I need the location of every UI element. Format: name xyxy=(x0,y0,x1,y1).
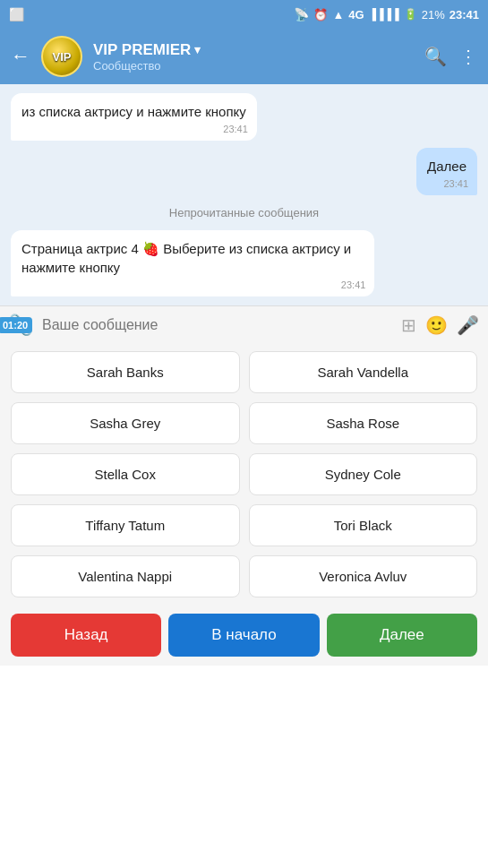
chat-area: из списка актрису и нажмите кнопку 23:41… xyxy=(0,84,488,305)
mic-icon[interactable]: 🎤 xyxy=(457,314,479,336)
sticker-icon[interactable]: ⊞ xyxy=(401,314,416,336)
actress-tiffany-tatum-button[interactable]: Tiffany Tatum xyxy=(11,504,240,546)
status-bar: ⬜ 📡 ⏰ ▲ 4G ▐▐▐▐ 🔋 21% 23:41 xyxy=(0,0,488,29)
avatar: VIP xyxy=(41,36,82,77)
start-over-button[interactable]: В начало xyxy=(168,614,319,657)
message-incoming-2: Страница актрис 4 🍓 Выберите из списка а… xyxy=(11,230,374,296)
chevron-down-icon: ▾ xyxy=(194,43,201,56)
message-time: 23:41 xyxy=(341,279,366,292)
emoji-icon[interactable]: 🙂 xyxy=(425,314,448,336)
signal-bars: ▐▐▐▐ xyxy=(369,8,399,21)
message-time: 23:41 xyxy=(223,123,248,136)
message-incoming-1: из списка актрису и нажмите кнопку 23:41 xyxy=(11,93,257,141)
actress-tori-black-button[interactable]: Tori Black xyxy=(249,504,478,546)
message-text: Страница актрис 4 🍓 Выберите из списка а… xyxy=(21,241,351,275)
battery-label: 21% xyxy=(422,8,445,21)
next-button[interactable]: Далее xyxy=(327,614,477,657)
cast-icon: 📡 xyxy=(294,7,309,21)
battery-icon: 🔋 xyxy=(404,8,417,21)
more-icon[interactable]: ⋮ xyxy=(459,46,477,67)
header-title: VIP PREMIER ▾ xyxy=(93,41,414,59)
header-info: VIP PREMIER ▾ Сообщество xyxy=(93,41,414,73)
search-icon[interactable]: 🔍 xyxy=(424,46,447,67)
actress-sasha-rose-button[interactable]: Sasha Rose xyxy=(249,402,478,444)
message-text: из списка актрису и нажмите кнопку xyxy=(21,104,246,119)
message-outgoing-1: Далее 23:41 xyxy=(416,148,477,195)
chat-header: ← VIP VIP PREMIER ▾ Сообщество 🔍 ⋮ xyxy=(0,29,488,84)
screen-record-icon: ⬜ xyxy=(9,7,24,21)
header-subtitle: Сообщество xyxy=(93,59,414,73)
bottom-action-bar: Назад В начало Далее xyxy=(0,605,488,666)
back-button[interactable]: Назад xyxy=(11,614,161,657)
actress-stella-cox-button[interactable]: Stella Cox xyxy=(11,453,240,495)
timer-badge: 01:20 xyxy=(0,317,32,333)
wifi-icon: ▲ xyxy=(332,8,344,21)
actress-sydney-cole-button[interactable]: Sydney Cole xyxy=(249,453,478,495)
actress-sarah-vandella-button[interactable]: Sarah Vandella xyxy=(249,351,478,393)
actress-valentina-nappi-button[interactable]: Valentina Nappi xyxy=(11,555,240,597)
unread-divider: Непрочитанные сообщения xyxy=(11,202,477,223)
message-time: 23:41 xyxy=(443,177,468,191)
actress-button-grid: Sarah Banks Sarah Vandella Sasha Grey Sa… xyxy=(0,344,488,605)
header-icons: 🔍 ⋮ xyxy=(424,46,477,67)
message-text: Далее xyxy=(427,159,467,174)
actress-veronica-avluv-button[interactable]: Veronica Avluv xyxy=(249,555,478,597)
input-bar: 01:20 📎 ⊞ 🙂 🎤 xyxy=(0,305,488,344)
status-right: 📡 ⏰ ▲ 4G ▐▐▐▐ 🔋 21% 23:41 xyxy=(294,7,479,21)
signal-label: 4G xyxy=(348,8,364,21)
avatar-text: VIP xyxy=(53,50,72,64)
actress-sarah-banks-button[interactable]: Sarah Banks xyxy=(11,351,240,393)
alarm-icon: ⏰ xyxy=(313,8,328,21)
back-button[interactable]: ← xyxy=(11,45,30,68)
status-left: ⬜ xyxy=(9,7,24,21)
time-label: 23:41 xyxy=(449,8,479,21)
message-input[interactable] xyxy=(42,317,392,333)
actress-sasha-grey-button[interactable]: Sasha Grey xyxy=(11,402,240,444)
